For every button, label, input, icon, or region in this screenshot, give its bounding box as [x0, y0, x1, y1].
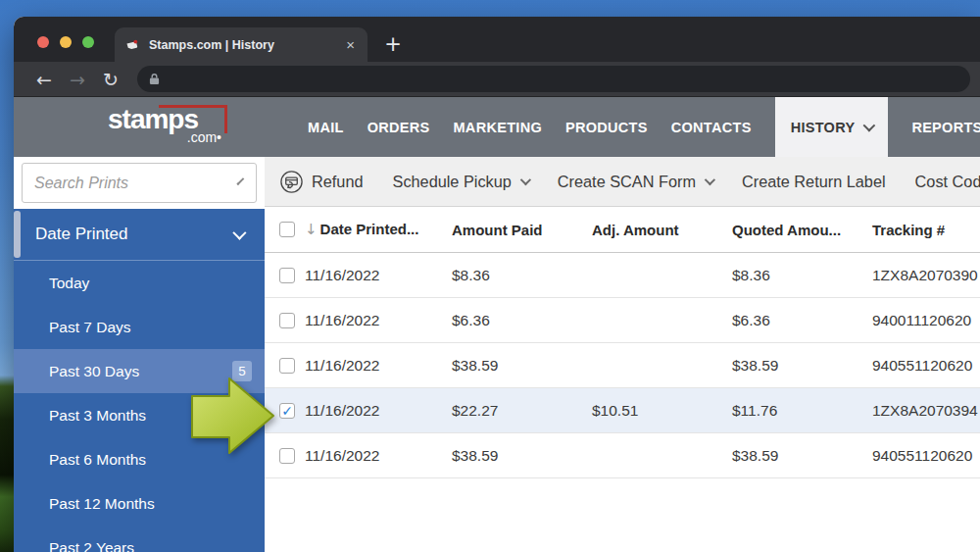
- sidebar-item-past-2-years[interactable]: Past 2 Years: [14, 526, 265, 552]
- button-label: Create Return Label: [742, 173, 886, 191]
- section-label: Date Printed: [35, 225, 128, 244]
- nav-item-history[interactable]: HISTORY: [775, 97, 889, 157]
- cell-date-printed: 11/16/2022: [305, 267, 452, 284]
- page-content: Date Printed TodayPast 7 DaysPast 30 Day…: [14, 157, 980, 552]
- cell-date-printed: 11/16/2022: [305, 357, 452, 375]
- table-row[interactable]: 11/16/2022$38.59$38.59940551120620: [265, 343, 980, 388]
- table-row[interactable]: 11/16/2022$6.36$6.36940011120620: [265, 298, 980, 343]
- row-checkbox-cell: [265, 313, 305, 328]
- sidebar-item-past-7-days[interactable]: Past 7 Days: [14, 305, 265, 349]
- schedule-pickup-button[interactable]: Schedule Pickup: [393, 173, 528, 191]
- search-box[interactable]: [22, 163, 257, 203]
- nav-item-reports[interactable]: REPORTS: [911, 97, 980, 157]
- sidebar-item-past-6-months[interactable]: Past 6 Months: [14, 437, 265, 481]
- maximize-window-button[interactable]: [82, 36, 94, 48]
- column-header-label: Adj. Amount: [592, 222, 679, 238]
- row-checkbox[interactable]: [279, 268, 295, 283]
- nav-item-products[interactable]: PRODUCTS: [565, 97, 648, 157]
- cell-tracking-number: 940551120620: [872, 357, 980, 375]
- cell-tracking-number: 940011120620: [872, 312, 980, 329]
- search-area: [14, 157, 265, 209]
- nav-item-marketing[interactable]: MARKETING: [453, 97, 542, 157]
- cell-amount-paid: $8.36: [452, 267, 592, 284]
- sidebar-item-label: Past 2 Years: [49, 539, 134, 552]
- reload-icon[interactable]: ↻: [94, 63, 127, 96]
- cell-tracking-number: 1ZX8A2070394: [872, 402, 980, 420]
- nav-item-label: ORDERS: [368, 120, 430, 135]
- site-navbar: stamps .com• MAILORDERSMARKETINGPRODUCTS…: [14, 97, 980, 157]
- row-checkbox[interactable]: ✓: [279, 403, 295, 419]
- nav-menu: MAILORDERSMARKETINGPRODUCTSCONTACTSHISTO…: [308, 97, 980, 157]
- row-checkbox-cell: [265, 448, 305, 464]
- close-tab-icon[interactable]: ×: [343, 36, 358, 53]
- column-header-label: Date Printed...: [320, 221, 419, 237]
- nav-item-label: REPORTS: [911, 120, 980, 135]
- column-header-tracking[interactable]: Tracking #: [872, 222, 980, 238]
- select-all-checkbox[interactable]: [279, 222, 295, 237]
- column-header-quoted-amou[interactable]: Quoted Amou...: [732, 222, 872, 238]
- row-checkbox-cell: [265, 268, 305, 283]
- create-scan-form-button[interactable]: Create SCAN Form: [558, 173, 712, 191]
- table-header-row: ↓Date Printed...Amount PaidAdj. AmountQu…: [265, 207, 980, 253]
- nav-item-mail[interactable]: MAIL: [308, 97, 344, 157]
- table-row[interactable]: ✓11/16/2022$22.27$10.51$11.761ZX8A207039…: [265, 388, 980, 433]
- actions-toolbar: RefundSchedule PickupCreate SCAN FormCre…: [265, 157, 980, 207]
- create-return-label-button[interactable]: Create Return Label: [742, 173, 886, 191]
- logo-text: stamps: [108, 107, 223, 132]
- search-input[interactable]: [23, 175, 238, 192]
- row-checkbox[interactable]: [279, 358, 295, 374]
- cell-date-printed: 11/16/2022: [305, 402, 452, 420]
- cell-date-printed: 11/16/2022: [305, 447, 452, 465]
- cell-quoted-amount: $38.59: [732, 447, 872, 465]
- sidebar-item-label: Today: [49, 275, 89, 292]
- stamps-favicon-icon: [124, 37, 140, 53]
- sidebar-item-past-3-months[interactable]: Past 3 Months: [14, 393, 265, 437]
- forward-icon[interactable]: →: [61, 63, 94, 96]
- cost-codes-button[interactable]: Cost Codes: [915, 173, 980, 191]
- row-checkbox-cell: ✓: [265, 403, 305, 419]
- browser-window: Stamps.com | History × + ← → ↻ stamps .c…: [14, 17, 980, 552]
- row-checkbox[interactable]: [279, 313, 295, 328]
- refund-button[interactable]: Refund: [279, 170, 364, 194]
- sidebar-item-label: Past 12 Months: [49, 495, 155, 513]
- nav-item-orders[interactable]: ORDERS: [368, 97, 430, 157]
- sidebar-item-today[interactable]: Today: [14, 261, 265, 305]
- stamps-logo[interactable]: stamps .com•: [108, 107, 223, 145]
- date-filter-list: TodayPast 7 DaysPast 30 Days5Past 3 Mont…: [14, 261, 265, 552]
- sidebar-item-past-30-days[interactable]: Past 30 Days5: [14, 349, 265, 393]
- row-checkbox[interactable]: [279, 448, 295, 464]
- table-row[interactable]: 11/16/2022$8.36$8.361ZX8A2070390: [265, 253, 980, 298]
- minimize-window-button[interactable]: [60, 36, 72, 48]
- count-badge: 5: [232, 361, 252, 381]
- cell-adj-amount: $10.51: [592, 402, 732, 420]
- browser-tab[interactable]: Stamps.com | History ×: [115, 27, 368, 62]
- nav-item-label: HISTORY: [791, 120, 856, 135]
- cell-quoted-amount: $11.76: [732, 402, 872, 420]
- filter-panel: Date Printed TodayPast 7 DaysPast 30 Day…: [14, 209, 265, 552]
- column-header-date-printed[interactable]: ↓Date Printed...: [305, 221, 452, 238]
- button-label: Refund: [312, 173, 364, 191]
- history-main: RefundSchedule PickupCreate SCAN FormCre…: [265, 157, 980, 552]
- date-printed-section-header[interactable]: Date Printed: [14, 209, 265, 261]
- cell-amount-paid: $38.59: [452, 357, 592, 375]
- nav-item-contacts[interactable]: CONTACTS: [671, 97, 752, 157]
- button-label: Schedule Pickup: [393, 173, 512, 191]
- column-header-label: Tracking #: [872, 222, 945, 238]
- sidebar-item-past-12-months[interactable]: Past 12 Months: [14, 481, 265, 526]
- close-window-button[interactable]: [37, 36, 49, 48]
- table-row[interactable]: 11/16/2022$38.59$38.59940551120620: [265, 433, 980, 478]
- nav-item-label: CONTACTS: [671, 120, 752, 135]
- nav-item-label: PRODUCTS: [565, 120, 648, 135]
- cell-amount-paid: $6.36: [452, 312, 592, 329]
- address-bar[interactable]: [137, 66, 970, 92]
- lock-icon: [149, 73, 160, 85]
- button-label: Create SCAN Form: [558, 173, 696, 191]
- cell-amount-paid: $38.59: [452, 447, 592, 465]
- column-header-amount-paid[interactable]: Amount Paid: [452, 222, 592, 238]
- column-header-adj-amount[interactable]: Adj. Amount: [592, 222, 732, 238]
- new-tab-icon[interactable]: +: [378, 29, 408, 59]
- back-icon[interactable]: ←: [27, 63, 61, 96]
- cell-date-printed: 11/16/2022: [305, 312, 452, 329]
- window-controls: [37, 36, 94, 48]
- cell-tracking-number: 940551120620: [872, 447, 980, 465]
